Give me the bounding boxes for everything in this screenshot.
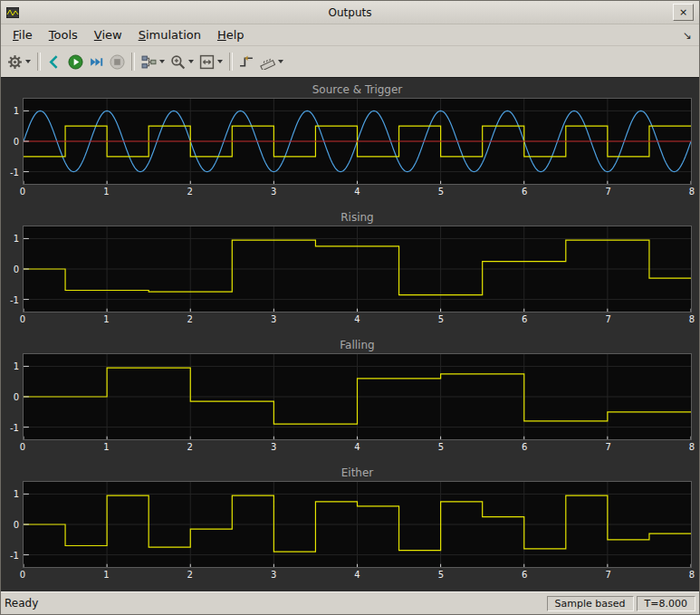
scope-window: Outputs × File Tools View Simulation Hel… <box>0 0 700 615</box>
x-tick-label: 2 <box>187 187 193 197</box>
plot-area[interactable] <box>23 98 692 185</box>
plot-falling: Falling -101 012345678 <box>3 337 692 455</box>
x-tick-label: 1 <box>103 570 109 580</box>
dropdown-caret-icon <box>278 60 283 63</box>
fit-to-view-button[interactable] <box>197 50 225 73</box>
run-button[interactable] <box>65 50 86 73</box>
x-tick-label: 1 <box>103 187 109 197</box>
x-axis-labels: 012345678 <box>23 185 692 199</box>
dock-icon[interactable]: ↘ <box>683 29 692 42</box>
y-tick-label: -1 <box>10 168 19 178</box>
x-tick-label: 4 <box>354 314 360 324</box>
ruler-icon <box>260 54 275 70</box>
y-tick-label: 0 <box>14 264 19 274</box>
x-tick-label: 4 <box>354 570 360 580</box>
plot-title: Source & Trigger <box>3 82 692 98</box>
trigger-button[interactable] <box>236 50 257 73</box>
simulation-time-indicator: T=8.000 <box>637 596 695 611</box>
toolbar <box>1 45 699 77</box>
fit-icon <box>199 54 215 70</box>
play-icon <box>68 54 83 70</box>
x-tick-label: 0 <box>20 314 25 324</box>
title-bar[interactable]: Outputs × <box>1 1 699 24</box>
signal-selector-button[interactable] <box>139 50 168 73</box>
window-title: Outputs <box>1 6 699 19</box>
dropdown-caret-icon <box>188 60 194 63</box>
x-tick-label: 3 <box>271 442 276 452</box>
x-tick-label: 2 <box>187 442 193 452</box>
plot-source-trigger: Source & Trigger -101 012345678 <box>3 82 692 199</box>
sample-mode-indicator: Sample based <box>547 596 634 611</box>
step-forward-button[interactable] <box>86 50 107 73</box>
menu-help[interactable]: Help <box>209 26 253 43</box>
plot-title: Either <box>3 465 692 481</box>
settings-button[interactable] <box>5 50 34 73</box>
y-axis-labels: -101 <box>3 98 23 185</box>
cursor-measurements-button[interactable] <box>257 50 286 73</box>
y-tick-label: -1 <box>10 551 19 561</box>
x-tick-label: 7 <box>605 314 610 324</box>
dropdown-caret-icon <box>159 60 165 63</box>
plot-area[interactable] <box>23 226 692 312</box>
dropdown-caret-icon <box>217 60 223 63</box>
x-tick-label: 8 <box>689 187 695 197</box>
x-tick-label: 8 <box>689 442 695 452</box>
plot-title: Rising <box>3 209 692 226</box>
x-tick-label: 4 <box>354 442 360 452</box>
x-tick-label: 0 <box>20 442 25 452</box>
x-tick-label: 7 <box>605 187 610 197</box>
x-tick-label: 6 <box>522 442 527 452</box>
y-tick-label: -1 <box>10 295 19 305</box>
y-tick-label: 1 <box>14 233 19 243</box>
back-arrow-icon <box>47 54 62 70</box>
x-tick-label: 5 <box>438 187 444 197</box>
stop-icon <box>110 54 125 70</box>
x-tick-label: 3 <box>271 570 276 580</box>
y-axis-labels: -101 <box>3 353 23 440</box>
menu-tools[interactable]: Tools <box>41 26 86 43</box>
y-tick-label: -1 <box>10 423 19 433</box>
menu-bar: File Tools View Simulation Help ↘ <box>1 24 699 45</box>
trigger-icon <box>239 54 254 70</box>
x-axis-labels: 012345678 <box>23 568 692 582</box>
status-text: Ready <box>5 597 38 610</box>
y-tick-label: 0 <box>14 520 19 530</box>
x-axis-labels: 012345678 <box>23 440 692 455</box>
x-axis-labels: 012345678 <box>23 312 692 327</box>
x-tick-label: 0 <box>20 570 25 580</box>
x-tick-label: 1 <box>103 314 109 324</box>
x-tick-label: 6 <box>522 314 527 324</box>
status-bar: Ready Sample based T=8.000 <box>1 591 699 614</box>
x-tick-label: 8 <box>689 570 695 580</box>
x-tick-label: 5 <box>438 570 444 580</box>
x-tick-label: 3 <box>271 314 276 324</box>
highlight-simulink-block-button[interactable] <box>44 50 65 73</box>
x-tick-label: 8 <box>689 314 695 324</box>
x-tick-label: 5 <box>438 314 444 324</box>
x-tick-label: 6 <box>522 570 527 580</box>
step-forward-icon <box>89 54 104 70</box>
scope-canvas: Source & Trigger -101 012345678 Rising -… <box>1 77 699 591</box>
y-tick-label: 0 <box>14 137 19 147</box>
x-tick-label: 2 <box>187 570 193 580</box>
zoom-button[interactable] <box>168 50 197 73</box>
plot-either: Either -101 012345678 <box>3 465 692 582</box>
y-tick-label: 0 <box>14 392 19 402</box>
menu-simulation[interactable]: Simulation <box>130 26 209 43</box>
plot-area[interactable] <box>23 353 692 440</box>
toolbar-separator <box>229 53 233 71</box>
stop-button[interactable] <box>107 50 128 73</box>
toolbar-separator <box>131 53 135 71</box>
y-axis-labels: -101 <box>3 481 23 568</box>
close-button[interactable]: × <box>673 4 694 21</box>
menu-file[interactable]: File <box>5 26 41 43</box>
toolbar-separator <box>37 53 41 71</box>
y-tick-label: 1 <box>14 105 19 115</box>
x-tick-label: 1 <box>103 442 109 452</box>
plot-area[interactable] <box>23 481 692 568</box>
plot-title: Falling <box>3 337 692 353</box>
x-tick-label: 7 <box>605 442 610 452</box>
gear-icon <box>7 54 23 70</box>
x-tick-label: 2 <box>187 314 193 324</box>
menu-view[interactable]: View <box>86 26 130 43</box>
